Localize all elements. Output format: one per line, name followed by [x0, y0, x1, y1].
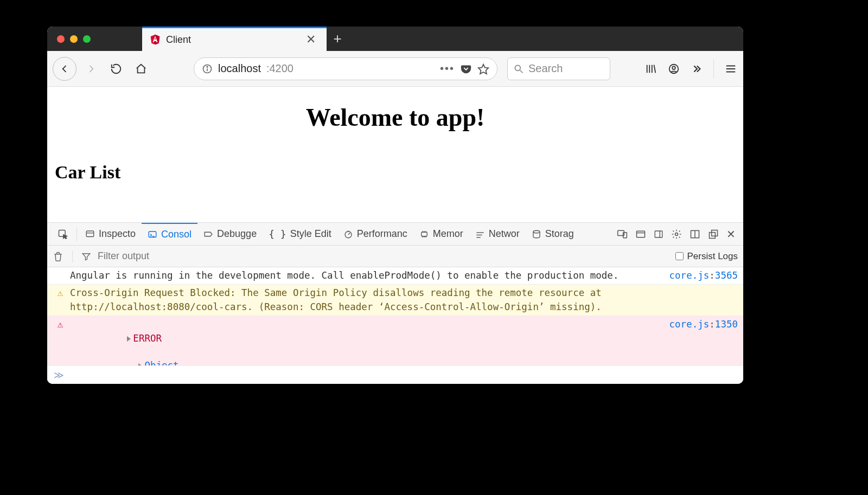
- overflow-icon[interactable]: [691, 63, 703, 75]
- popout-icon[interactable]: [708, 229, 719, 240]
- tab-network[interactable]: Networ: [469, 223, 526, 245]
- filter-input[interactable]: Filter output: [98, 250, 149, 262]
- page-actions-icon[interactable]: •••: [440, 62, 455, 75]
- console-error-row: ⚠ ERROR Object { headers: {…}, status: 0…: [47, 316, 743, 365]
- window-controls: [47, 35, 91, 43]
- svg-rect-38: [655, 231, 662, 237]
- minimize-window-button[interactable]: [70, 35, 78, 43]
- svg-rect-36: [637, 231, 645, 237]
- console-prompt[interactable]: ≫: [47, 365, 743, 384]
- clear-console-icon[interactable]: [53, 251, 63, 262]
- svg-rect-23: [422, 232, 427, 236]
- error-icon: ⚠: [58, 319, 63, 330]
- element-picker-button[interactable]: [52, 223, 74, 245]
- svg-line-7: [520, 70, 523, 73]
- tab-memory[interactable]: Memor: [413, 223, 469, 245]
- toolbar: localhost:4200 ••• Search: [47, 51, 743, 87]
- browser-tab[interactable]: Client ✕: [142, 27, 327, 51]
- dock-side-icon[interactable]: [654, 229, 663, 239]
- bookmark-star-icon[interactable]: [477, 63, 489, 75]
- expand-icon[interactable]: [127, 336, 131, 342]
- forward-button[interactable]: [81, 59, 101, 79]
- page-heading: Welcome to app!: [55, 103, 736, 132]
- settings-gear-icon[interactable]: [671, 229, 682, 240]
- iframe-select-icon[interactable]: [635, 229, 646, 240]
- svg-rect-18: [86, 231, 94, 237]
- svg-rect-44: [712, 230, 718, 236]
- svg-point-33: [533, 230, 540, 233]
- devtools-tabs: Inspecto Consol Debugge { } Style Edit P…: [47, 223, 743, 246]
- tab-console[interactable]: Consol: [142, 223, 197, 245]
- page-subheading: Car List: [55, 162, 736, 183]
- close-window-button[interactable]: [57, 35, 65, 43]
- library-icon[interactable]: [645, 63, 657, 75]
- tab-style-editor[interactable]: { } Style Edit: [263, 223, 337, 245]
- hamburger-menu-icon[interactable]: [725, 63, 737, 75]
- svg-rect-43: [710, 232, 716, 238]
- search-icon: [513, 63, 524, 74]
- toolbar-right: [645, 59, 738, 79]
- titlebar: Client ✕ +: [47, 27, 743, 51]
- console-warning-row: ⚠ Cross-Origin Request Blocked: The Same…: [47, 285, 743, 316]
- console-source-link[interactable]: core.js:3565: [664, 269, 738, 282]
- site-info-icon[interactable]: [202, 63, 213, 74]
- new-tab-button[interactable]: +: [327, 27, 348, 51]
- svg-point-4: [207, 66, 208, 67]
- browser-window: Client ✕ + localhost:4200 •••: [47, 27, 743, 384]
- tab-inspector[interactable]: Inspecto: [79, 223, 142, 245]
- devtools-panel: Inspecto Consol Debugge { } Style Edit P…: [47, 222, 743, 384]
- svg-point-40: [675, 233, 678, 235]
- home-button[interactable]: [131, 59, 151, 79]
- search-box[interactable]: Search: [507, 57, 610, 80]
- svg-point-13: [672, 66, 675, 69]
- toolbar-divider: [713, 59, 714, 79]
- url-bar[interactable]: localhost:4200 •••: [194, 57, 497, 80]
- url-host: localhost: [218, 62, 261, 75]
- svg-marker-5: [478, 64, 488, 73]
- devtools-right-controls: ✕: [617, 228, 739, 241]
- console-filterbar: Filter output Persist Logs: [47, 246, 743, 267]
- console-message: ERROR Object { headers: {…}, status: 0, …: [68, 318, 664, 365]
- svg-point-6: [515, 65, 520, 70]
- warning-icon: ⚠: [58, 287, 63, 298]
- tab-performance[interactable]: Performanc: [337, 223, 413, 245]
- console-message: Cross-Origin Request Blocked: The Same O…: [68, 286, 732, 314]
- persist-logs-toggle[interactable]: Persist Logs: [675, 251, 738, 262]
- tab-storage[interactable]: Storag: [526, 223, 580, 245]
- console-source-link[interactable]: core.js:1350: [664, 318, 738, 365]
- filter-icon[interactable]: [81, 252, 91, 261]
- account-icon[interactable]: [668, 63, 680, 75]
- split-console-icon[interactable]: [690, 229, 700, 240]
- tab-title: Client: [166, 34, 191, 46]
- console-log-row: Angular is running in the development mo…: [47, 267, 743, 285]
- tab-debugger[interactable]: Debugge: [197, 223, 263, 245]
- svg-line-11: [654, 65, 656, 73]
- persist-logs-checkbox[interactable]: [675, 252, 684, 260]
- close-devtools-icon[interactable]: ✕: [726, 228, 736, 241]
- back-button[interactable]: [53, 57, 76, 81]
- reload-button[interactable]: [106, 59, 126, 79]
- page-content: Welcome to app! Car List: [47, 87, 743, 222]
- url-port: :4200: [266, 62, 293, 75]
- search-placeholder: Search: [528, 62, 563, 75]
- close-tab-button[interactable]: ✕: [303, 33, 319, 47]
- console-output: Angular is running in the development mo…: [47, 267, 743, 365]
- console-message: Angular is running in the development mo…: [68, 269, 664, 282]
- pocket-icon[interactable]: [460, 63, 472, 75]
- responsive-mode-icon[interactable]: [617, 229, 628, 240]
- angular-icon: [150, 34, 161, 46]
- zoom-window-button[interactable]: [83, 35, 91, 43]
